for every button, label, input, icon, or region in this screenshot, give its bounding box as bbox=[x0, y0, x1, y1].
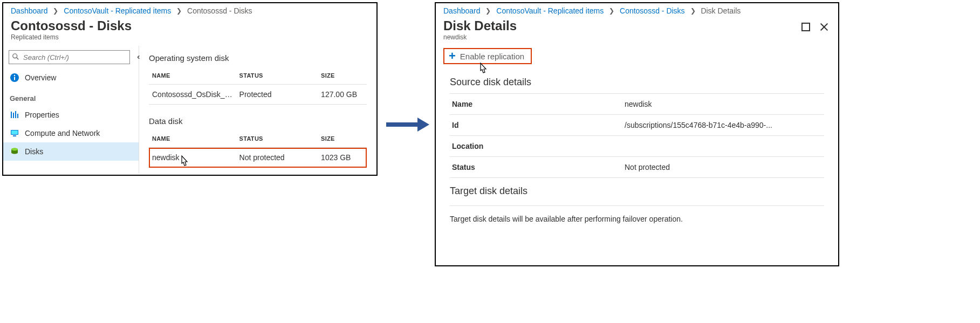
properties-icon bbox=[10, 110, 19, 120]
disk-name-cell: Contosossd_OsDisk_1_e... bbox=[149, 85, 236, 105]
table-row-newdisk[interactable]: newdisk Not protected 1023 GB bbox=[149, 148, 367, 168]
disks-blade: Dashboard ❯ ContosoVault - Replicated it… bbox=[2, 2, 378, 176]
svg-point-13 bbox=[11, 148, 18, 151]
name-value: newdisk bbox=[625, 100, 822, 108]
column-size[interactable]: SIZE bbox=[318, 67, 367, 85]
disk-size-cell: 127.00 GB bbox=[318, 85, 367, 105]
status-value: Not protected bbox=[625, 163, 822, 171]
chevron-right-icon: ❯ bbox=[609, 7, 614, 15]
breadcrumb: Dashboard ❯ ContosoVault - Replicated it… bbox=[436, 3, 838, 17]
sidebar: ‹‹ Overview General Properties Compute a… bbox=[3, 46, 139, 174]
sidebar-item-label: Disks bbox=[25, 147, 43, 156]
column-status[interactable]: STATUS bbox=[236, 130, 318, 148]
crumb-vault[interactable]: ContosoVault - Replicated items bbox=[64, 6, 171, 15]
crumb-disks[interactable]: Contosossd - Disks bbox=[620, 6, 685, 15]
column-size[interactable]: SIZE bbox=[318, 130, 367, 148]
data-disk-table: NAME STATUS SIZE newdisk Not protected 1… bbox=[149, 130, 367, 168]
crumb-dashboard[interactable]: Dashboard bbox=[11, 6, 48, 15]
id-label: Id bbox=[452, 121, 625, 129]
column-name[interactable]: NAME bbox=[149, 130, 236, 148]
os-disk-header: Operating system disk bbox=[149, 53, 367, 63]
row-id: Id /subscriptions/155c4768-b71c-4e4b-a99… bbox=[450, 114, 824, 135]
disks-icon bbox=[10, 147, 19, 156]
svg-rect-8 bbox=[17, 114, 18, 118]
id-value: /subscriptions/155c4768-b71c-4e4b-a990-.… bbox=[625, 121, 822, 129]
sidebar-item-label: Compute and Network bbox=[25, 129, 100, 138]
search-icon bbox=[12, 53, 19, 60]
sidebar-item-label: Overview bbox=[25, 73, 56, 82]
svg-rect-6 bbox=[13, 113, 14, 118]
source-disk-details-header: Source disk details bbox=[450, 77, 824, 88]
svg-rect-7 bbox=[15, 111, 16, 118]
page-subtitle: Replicated items bbox=[11, 33, 132, 41]
sidebar-section-general: General bbox=[3, 87, 139, 106]
disk-name-cell: newdisk bbox=[149, 148, 236, 168]
maximize-button[interactable] bbox=[801, 23, 810, 31]
disk-size-cell: 1023 GB bbox=[318, 148, 367, 168]
sidebar-search-input[interactable] bbox=[9, 50, 130, 64]
enable-replication-label: Enable replication bbox=[460, 52, 524, 61]
info-icon bbox=[10, 73, 19, 83]
sidebar-item-properties[interactable]: Properties bbox=[3, 106, 139, 124]
page-title: Disk Details bbox=[443, 18, 517, 33]
svg-line-1 bbox=[17, 58, 19, 60]
table-row[interactable]: Contosossd_OsDisk_1_e... Protected 127.0… bbox=[149, 85, 367, 105]
crumb-current: Disk Details bbox=[701, 6, 741, 15]
disks-main-content: Operating system disk NAME STATUS SIZE C… bbox=[139, 46, 376, 174]
location-value bbox=[625, 142, 822, 150]
sidebar-item-compute-network[interactable]: Compute and Network bbox=[3, 124, 139, 142]
close-button[interactable] bbox=[820, 23, 828, 31]
enable-replication-button[interactable]: + Enable replication bbox=[443, 48, 532, 64]
page-subtitle: newdisk bbox=[443, 33, 517, 41]
sidebar-item-label: Properties bbox=[25, 111, 59, 119]
disk-status-cell: Not protected bbox=[236, 148, 318, 168]
sidebar-item-overview[interactable]: Overview bbox=[3, 68, 139, 87]
row-name: Name newdisk bbox=[450, 93, 824, 114]
svg-point-0 bbox=[13, 54, 17, 58]
os-disk-table: NAME STATUS SIZE Contosossd_OsDisk_1_e..… bbox=[149, 67, 367, 105]
crumb-dashboard[interactable]: Dashboard bbox=[443, 6, 481, 15]
crumb-current: Contosossd - Disks bbox=[187, 6, 252, 15]
chevron-right-icon: ❯ bbox=[176, 7, 182, 15]
plus-icon: + bbox=[449, 51, 456, 61]
location-label: Location bbox=[452, 142, 625, 150]
svg-point-4 bbox=[14, 75, 15, 76]
column-status[interactable]: STATUS bbox=[236, 67, 318, 85]
flow-arrow-icon bbox=[386, 118, 431, 132]
svg-rect-11 bbox=[13, 135, 16, 136]
row-status: Status Not protected bbox=[450, 156, 824, 178]
row-location: Location bbox=[450, 135, 824, 156]
page-title: Contosossd - Disks bbox=[11, 18, 132, 33]
column-name[interactable]: NAME bbox=[149, 67, 236, 85]
chevron-right-icon: ❯ bbox=[485, 7, 491, 15]
crumb-vault[interactable]: ContosoVault - Replicated items bbox=[496, 6, 604, 15]
svg-rect-3 bbox=[14, 77, 15, 80]
target-disk-details-header: Target disk details bbox=[450, 185, 824, 197]
disk-details-blade: Dashboard ❯ ContosoVault - Replicated it… bbox=[435, 2, 839, 266]
svg-rect-5 bbox=[11, 112, 12, 118]
breadcrumb: Dashboard ❯ ContosoVault - Replicated it… bbox=[3, 3, 376, 17]
compute-icon bbox=[10, 128, 19, 138]
chevron-right-icon: ❯ bbox=[690, 7, 696, 15]
name-label: Name bbox=[452, 100, 625, 108]
disk-status-cell: Protected bbox=[236, 85, 318, 105]
chevron-right-icon: ❯ bbox=[53, 7, 58, 15]
target-note: Target disk details will be available af… bbox=[450, 205, 824, 223]
svg-rect-10 bbox=[11, 130, 18, 134]
sidebar-item-disks[interactable]: Disks bbox=[3, 142, 139, 161]
status-label: Status bbox=[452, 163, 625, 171]
data-disk-header: Data disk bbox=[149, 116, 367, 126]
